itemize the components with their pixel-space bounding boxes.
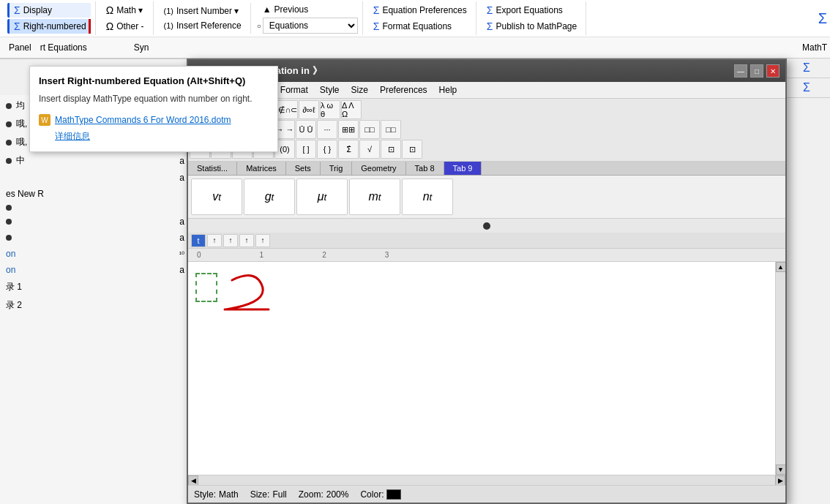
right-sigma: Σ <box>818 10 827 27</box>
sym-btn-bracket[interactable]: [ ] <box>296 140 316 159</box>
ribbon-row2: Panel rt Equations Syn MathT <box>0 37 830 59</box>
other-button[interactable]: Ω Other - <box>102 19 149 34</box>
right-numbered-button[interactable]: Σ Right-numbered <box>7 19 91 34</box>
maximize-button[interactable]: □ <box>750 64 763 78</box>
menu-style[interactable]: Style <box>314 83 345 97</box>
sym-btn-sigmahat[interactable]: Σ̂ <box>338 140 359 159</box>
tooltip-link[interactable]: MathType Commands 6 For Word 2016.dotm <box>55 115 231 125</box>
display-button[interactable]: Σ Display <box>7 3 91 18</box>
menu-size[interactable]: Size <box>345 83 374 97</box>
previous-label: Previous <box>274 4 309 15</box>
scroll-up-button[interactable]: ▲ <box>776 262 786 272</box>
sidebar-a-row: a <box>0 171 190 184</box>
insert-reference-label: Insert Reference <box>176 20 242 31</box>
sigma2-icon: Σ <box>14 20 20 32</box>
close-button[interactable]: ✕ <box>766 64 779 78</box>
size-value: Full <box>272 489 286 500</box>
sidebar-on-label-2: on <box>6 265 15 275</box>
style-label: Style: <box>194 489 216 500</box>
syn-label: Syn <box>134 42 149 53</box>
sym-btn-delta[interactable]: Δ Λ Ω <box>341 100 362 119</box>
mathtype-small-label: MathT <box>802 42 827 53</box>
hscroll-right-button[interactable]: ▶ <box>775 475 785 486</box>
sym-btn-dots[interactable]: ··· <box>317 120 337 139</box>
color-label: Color: <box>360 489 384 500</box>
tab-bar: Statisti... Matrices Sets Trig Geometry … <box>188 162 785 176</box>
cursor-dot <box>483 222 490 230</box>
menu-preferences[interactable]: Preferences <box>374 83 433 97</box>
sym-btn-sqrt[interactable]: √ <box>359 140 380 159</box>
tab-9-active[interactable]: Tab 9 <box>444 162 482 175</box>
format-row: t ↑ ↑ ↑ ↑ <box>188 233 785 249</box>
right-sigma-button[interactable]: Σ <box>783 59 830 78</box>
minimize-button[interactable]: — <box>734 64 747 78</box>
tooltip-detail[interactable]: 详细信息 <box>39 130 269 143</box>
insert-reference-button[interactable]: (1) Insert Reference <box>160 19 246 32</box>
equation-preferences-button[interactable]: Σ Equation Preferences <box>369 3 471 18</box>
sym-btn-notin[interactable]: ∉∩⊂ <box>277 100 298 119</box>
format-equations-button[interactable]: Σ Format Equations <box>369 19 471 34</box>
style-value: Math <box>219 489 239 500</box>
previous-button[interactable]: ▲ Previous <box>257 3 358 16</box>
equation-drawing <box>214 266 287 324</box>
menu-format[interactable]: Format <box>274 83 314 97</box>
menu-help[interactable]: Help <box>433 83 463 97</box>
sym-btn-boxes[interactable]: □□ <box>359 120 380 139</box>
tab-sym-gt[interactable]: gt <box>244 178 295 215</box>
format-eq-label: Format Equations <box>382 21 452 31</box>
publish-mathpage-button[interactable]: Σ Publish to MathPage <box>482 19 581 34</box>
sym-btn-boxed2[interactable]: ⊡ <box>402 140 422 159</box>
sym-btn-partial[interactable]: ∂∞ℓ <box>299 100 319 119</box>
tab-sym-nt[interactable]: nt <box>402 178 453 215</box>
tab-sym-mt[interactable]: mt <box>349 178 400 215</box>
tooltip-description: Insert display MathType equation with nu… <box>39 92 269 105</box>
insert-number-label: Insert Number ▾ <box>176 6 239 16</box>
tab-sym-vt[interactable]: vt <box>191 178 242 215</box>
ribbon: Σ Display Σ Right-numbered Ω Math ▾ Ω Ot… <box>0 0 830 59</box>
tab-sym-mut[interactable]: μt <box>296 178 348 215</box>
right-sigma-button-2[interactable]: Σ <box>783 78 830 98</box>
export-equations-button[interactable]: Σ Export Equations <box>482 3 581 18</box>
display-label: Display <box>23 5 52 15</box>
scroll-down-button[interactable]: ▼ <box>776 464 786 475</box>
sym-btn-grid[interactable]: ⊞⊞ <box>338 120 359 139</box>
tab-8[interactable]: Tab 8 <box>406 162 444 175</box>
tooltip-link-row: W MathType Commands 6 For Word 2016.dotm <box>39 114 269 126</box>
sidebar-item-5 <box>0 203 190 212</box>
eq-canvas[interactable] <box>188 262 775 475</box>
prev-icon: ▲ <box>263 4 272 15</box>
cursor-row <box>188 218 785 233</box>
ribbon-group-math: Ω Math ▾ Ω Other - <box>97 1 154 35</box>
fmt-t-btn[interactable]: t <box>191 234 206 247</box>
tab-statisti[interactable]: Statisti... <box>188 162 237 175</box>
equations-dropdown[interactable]: Equations <box>263 18 358 34</box>
sym-btn-brace[interactable]: { } <box>317 140 337 159</box>
eq-ruler: 0 1 2 3 <box>188 249 785 262</box>
bullet-icon-2 <box>6 121 12 127</box>
document-sidebar: 均 中 哦, 层 a 哦, 左 a 中 a a es New R a <box>0 95 190 504</box>
rt-equations-label: rt Equations <box>40 42 87 53</box>
omega-icon: Ω <box>106 4 113 16</box>
hscroll-left-button[interactable]: ◀ <box>188 475 198 486</box>
sym-btn-lambda[interactable]: λ ω θ <box>320 100 340 119</box>
insert-num-icon: (1) <box>164 7 173 15</box>
style-status: Style: Math <box>194 489 239 500</box>
sidebar-blue-on-1: on ¹⁰ <box>0 247 190 260</box>
fmt-up3-btn[interactable]: ↑ <box>239 234 254 247</box>
symbol-row-3: ∂ ≤ ≠ ± (0) [ ] { } Σ̂ √ ⊡ ⊡ <box>190 140 784 159</box>
insert-number-button[interactable]: (1) Insert Number ▾ <box>160 4 246 18</box>
tab-matrices[interactable]: Matrices <box>237 162 286 175</box>
publish-icon: Σ <box>487 20 493 32</box>
sidebar-record-1: 录 1 <box>0 279 190 295</box>
fmt-up-btn[interactable]: ↑ <box>207 234 222 247</box>
tab-geometry[interactable]: Geometry <box>352 162 405 175</box>
sym-btn-boxes2[interactable]: □□ <box>381 120 401 139</box>
ruler-1: 1 <box>260 251 264 259</box>
fmt-up4-btn[interactable]: ↑ <box>255 234 270 247</box>
fmt-up2-btn[interactable]: ↑ <box>223 234 238 247</box>
sym-btn-boxed[interactable]: ⊡ <box>381 140 401 159</box>
tab-trig[interactable]: Trig <box>321 162 353 175</box>
tab-sets[interactable]: Sets <box>286 162 321 175</box>
math-button[interactable]: Ω Math ▾ <box>102 3 149 18</box>
sym-btn-ubar[interactable]: Ū Ū <box>296 120 316 139</box>
